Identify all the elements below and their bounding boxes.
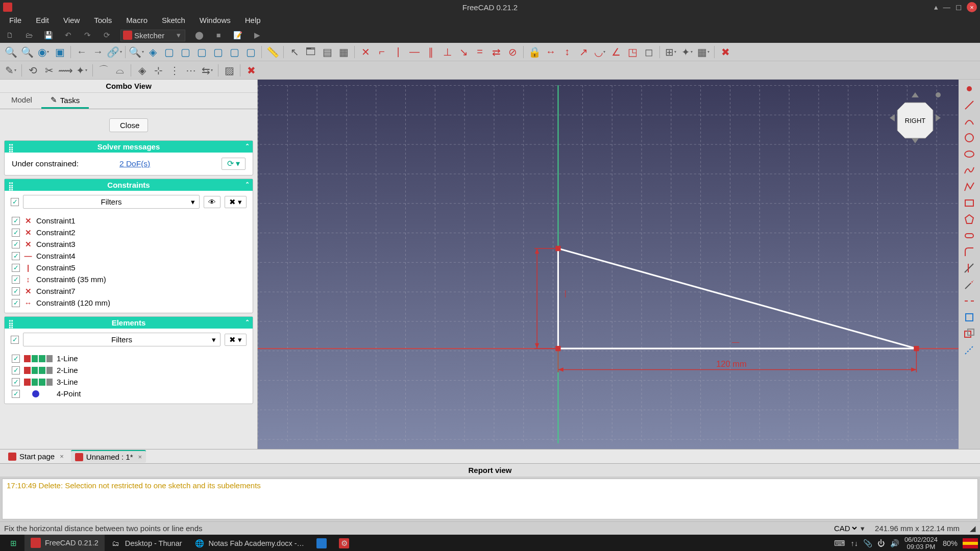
menu-macro[interactable]: Macro xyxy=(119,14,155,28)
constraints-filter-select[interactable]: Filters xyxy=(23,195,200,209)
slot-tool-icon[interactable] xyxy=(962,229,976,243)
constraint-checkbox[interactable] xyxy=(12,276,20,284)
menu-windows[interactable]: Windows xyxy=(192,14,238,28)
menu-file[interactable]: File xyxy=(2,14,29,28)
tab-tasks[interactable]: ✎ Tasks xyxy=(41,93,89,109)
close-shape-icon[interactable]: ⌒ xyxy=(97,64,110,77)
taskbar-app-settings[interactable]: ⚙ xyxy=(333,535,355,551)
fillet-tool-icon[interactable] xyxy=(962,245,976,259)
render-order-icon[interactable]: ▦ xyxy=(697,45,710,59)
menu-view[interactable]: View xyxy=(56,14,87,28)
constraint-settings-button[interactable]: ✖ ▾ xyxy=(225,196,247,208)
extend-tool-icon[interactable] xyxy=(962,278,976,292)
start-menu-button[interactable]: ⊞ xyxy=(2,535,24,551)
new-file-icon[interactable]: 🗋 xyxy=(4,30,15,41)
zoom-in-icon[interactable]: 🔍 xyxy=(4,45,17,59)
iso-view-icon[interactable]: ◈ xyxy=(146,45,159,59)
measure-icon[interactable]: 📏 xyxy=(266,45,279,59)
grid-icon[interactable]: ⊞ xyxy=(664,45,677,59)
link-icon[interactable]: 🔗 xyxy=(108,45,121,59)
menu-edit[interactable]: Edit xyxy=(29,14,56,28)
stop-operation-icon[interactable]: ✖ xyxy=(719,45,732,59)
report-view-body[interactable]: 17:10:49 Delete: Selection not restricte… xyxy=(2,479,978,519)
select-vaxis-icon[interactable]: ⋮ xyxy=(168,64,181,77)
menu-help[interactable]: Help xyxy=(238,14,268,28)
tray-terminal-icon[interactable]: ⌨ xyxy=(834,539,845,547)
element-item[interactable]: 2-Line xyxy=(12,364,246,376)
element-item[interactable]: 1-Line xyxy=(12,353,246,364)
symmetry-icon[interactable]: ⇆ xyxy=(201,64,214,77)
arc-tool-icon[interactable] xyxy=(962,114,976,129)
distance-v-icon[interactable]: ↕ xyxy=(560,45,574,59)
element-item[interactable]: 4-Point xyxy=(12,388,246,399)
doctab-start[interactable]: Start page × xyxy=(4,450,68,462)
element-item[interactable]: 3-Line xyxy=(12,376,246,388)
doctab-unnamed[interactable]: Unnamed : 1* × xyxy=(71,450,146,463)
elements-panel-header[interactable]: ⣿ Elements ⌃ xyxy=(5,317,253,329)
resize-grip-icon[interactable]: ◢ xyxy=(970,524,976,533)
map-sketch-icon[interactable]: ▦ xyxy=(337,45,350,59)
snell-icon[interactable]: ◳ xyxy=(626,45,639,59)
close-task-button[interactable]: Close xyxy=(109,118,148,132)
element-checkbox[interactable] xyxy=(12,378,20,386)
constraint-checkbox[interactable] xyxy=(12,217,20,225)
tray-volume-icon[interactable]: 🔊 xyxy=(890,539,899,548)
menu-tools[interactable]: Tools xyxy=(87,14,119,28)
remove-alignment-icon[interactable]: ✖ xyxy=(244,64,258,77)
nav-back-icon[interactable]: ← xyxy=(75,45,88,59)
bottom-view-icon[interactable]: ▢ xyxy=(228,45,241,59)
elements-filter-select[interactable]: Filters xyxy=(23,333,220,346)
element-checkbox[interactable] xyxy=(12,355,20,363)
select-origin-icon[interactable]: ⊹ xyxy=(152,64,165,77)
select-constraints-icon[interactable]: ◈ xyxy=(135,64,149,77)
point-on-object-icon[interactable]: ⌐ xyxy=(375,45,388,59)
distance-icon[interactable]: ↗ xyxy=(577,45,590,59)
macro-edit-icon[interactable]: 📝 xyxy=(232,30,243,41)
close-tab-icon[interactable]: × xyxy=(60,453,64,460)
workbench-selector[interactable]: Sketcher xyxy=(120,30,185,41)
constraint-checkbox[interactable] xyxy=(12,229,20,237)
filter-all-checkbox[interactable] xyxy=(11,336,19,344)
3d-viewport[interactable]: 120 mm | — RIGHT xyxy=(258,80,959,449)
solver-panel-header[interactable]: ⣿ Solver messages ⌃ xyxy=(5,141,253,153)
angle-icon[interactable]: ∠ xyxy=(609,45,623,59)
collapse-icon[interactable]: ⌃ xyxy=(245,143,250,149)
tray-lang-flag[interactable] xyxy=(963,538,978,548)
window-pin-icon[interactable]: ▴ xyxy=(934,3,938,11)
connect-edges-icon[interactable]: ⌓ xyxy=(113,64,127,77)
constraint-item[interactable]: ↕Constraint6 (35 mm) xyxy=(12,273,246,285)
macro-stop-icon[interactable]: ■ xyxy=(213,30,224,41)
constraint-item[interactable]: ↔Constraint8 (120 mm) xyxy=(12,297,246,309)
rear-view-icon[interactable]: ▢ xyxy=(211,45,225,59)
window-maximize-icon[interactable]: ◻ xyxy=(955,3,962,11)
vertical-constraint-icon[interactable]: | xyxy=(391,45,405,59)
radius-icon[interactable]: ◡ xyxy=(593,45,606,59)
front-view-icon[interactable]: ▢ xyxy=(162,45,176,59)
bounding-box-icon[interactable]: ▣ xyxy=(53,45,66,59)
toggle-ref-icon[interactable]: ◻ xyxy=(642,45,655,59)
line-tool-icon[interactable] xyxy=(962,98,976,112)
element-checkbox[interactable] xyxy=(12,366,20,374)
collapse-icon[interactable]: ⌃ xyxy=(245,319,250,325)
redo-icon[interactable]: ↷ xyxy=(82,30,93,41)
window-close-icon[interactable]: × xyxy=(967,2,977,12)
constraint-item[interactable]: |Constraint5 xyxy=(12,262,246,273)
collapse-icon[interactable]: ⌃ xyxy=(245,181,250,188)
polygon-tool-icon[interactable] xyxy=(962,212,976,227)
fit-all-icon[interactable]: 🔍 xyxy=(130,45,143,59)
trim-tool-icon[interactable] xyxy=(962,261,976,276)
perpendicular-constraint-icon[interactable]: ⊥ xyxy=(440,45,454,59)
taskbar-app-chrome[interactable]: 🌐 Notas Fab Academy.docx -… xyxy=(188,535,311,551)
save-file-icon[interactable]: 💾 xyxy=(43,30,54,41)
tray-clip-icon[interactable]: 📎 xyxy=(863,539,872,548)
menu-sketch[interactable]: Sketch xyxy=(155,14,192,28)
show-constraints-button[interactable]: 👁 xyxy=(204,196,220,208)
nav-forward-icon[interactable]: → xyxy=(91,45,105,59)
view-section-icon[interactable]: ▤ xyxy=(321,45,334,59)
constraint-item[interactable]: ✕Constraint1 xyxy=(12,215,246,227)
constraint-checkbox[interactable] xyxy=(12,252,20,260)
lock-constraint-icon[interactable]: 🔒 xyxy=(528,45,541,59)
constraint-item[interactable]: ✕Constraint7 xyxy=(12,285,246,297)
constraint-checkbox[interactable] xyxy=(12,287,20,295)
block-constraint-icon[interactable]: ⊘ xyxy=(506,45,519,59)
